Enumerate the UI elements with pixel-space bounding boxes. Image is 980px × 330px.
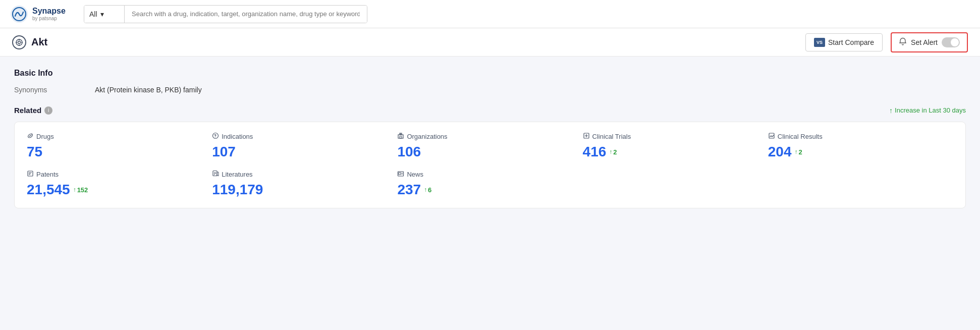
start-compare-button[interactable]: VS Start Compare [805,33,883,51]
clinical-trials-value-row: 416 ↑ 2 [583,144,764,160]
clinical-trials-increase-value: 2 [613,148,617,156]
page-title-left: Akt [12,35,47,49]
drugs-label: Drugs [36,133,54,140]
literatures-count: 119,179 [212,182,263,198]
org-icon [397,132,404,141]
svg-rect-13 [400,136,402,138]
stat-label-indications: Indications [212,132,393,141]
bell-icon [899,37,907,47]
stat-label-organizations: Organizations [397,132,578,141]
clinical-trials-increase: ↑ 2 [609,148,617,156]
basic-info-title: Basic Info [14,69,966,78]
chevron-down-icon: ▾ [100,10,104,18]
results-icon [768,132,775,141]
stat-label-clinical-trials: Clinical Trials [583,132,764,141]
search-input[interactable] [125,6,367,23]
clinical-results-increase-value: 2 [799,148,802,156]
literatures-label: Literatures [222,171,252,178]
indications-label: Indications [222,133,253,140]
vs-icon: VS [814,38,825,47]
page-title-right: VS Start Compare Set Alert [805,32,968,52]
page-title-bar: Akt VS Start Compare Set Alert [0,28,980,57]
patents-count: 21,545 [27,182,70,198]
trials-icon [583,132,590,141]
drugs-count: 75 [27,144,42,160]
stats-row-2: Patents 21,545 ↑ 152 Literatures [27,170,953,198]
filter-dropdown[interactable]: All ▾ [84,6,125,23]
stat-label-clinical-results: Clinical Results [768,132,949,141]
increase-note-text: Increase in Last 30 days [895,106,966,114]
news-label: News [407,171,423,178]
svg-point-3 [18,41,21,43]
patents-value-row: 21,545 ↑ 152 [27,182,208,198]
clinical-results-increase: ↑ 2 [795,148,802,156]
stat-label-news: News [397,170,578,179]
clinical-results-count: 204 [768,144,792,160]
filter-selected-value: All [89,10,97,18]
svg-point-11 [215,137,215,137]
related-header: Related i ↑ Increase in Last 30 days [14,106,966,115]
logo-sub: by patsnap [32,16,66,21]
stat-item-organizations[interactable]: Organizations 106 [397,132,582,160]
arrow-up-icon: ↑ [609,148,612,155]
arrow-up-icon: ↑ [889,106,893,115]
clinical-results-value-row: 204 ↑ 2 [768,144,949,160]
synapse-logo-icon [10,5,28,23]
news-value-row: 237 ↑ 6 [397,182,578,198]
related-title: Related [14,106,41,115]
stat-item-clinical-trials[interactable]: Clinical Trials 416 ↑ 2 [583,132,768,160]
stat-item-patents[interactable]: Patents 21,545 ↑ 152 [27,170,212,198]
synonyms-label: Synonyms [14,86,95,94]
arrow-up-icon: ↑ [795,148,798,155]
stat-label-literatures: Literatures [212,170,393,179]
alert-toggle[interactable] [942,37,960,47]
stats-card: Drugs 75 Indications 107 [14,122,966,208]
logo-name: Synapse [32,7,66,16]
organizations-value-row: 106 [397,144,578,160]
stat-item-literatures[interactable]: Literatures 119,179 [212,170,397,198]
increase-note: ↑ Increase in Last 30 days [889,106,966,115]
related-title-left: Related i [14,106,52,115]
logo-area: Synapse by patsnap [10,5,76,23]
organizations-count: 106 [397,144,421,160]
clinical-results-label: Clinical Results [778,133,823,140]
stat-label-drugs: Drugs [27,132,208,141]
clinical-trials-count: 416 [583,144,607,160]
arrow-up-icon: ↑ [424,186,427,193]
target-icon [12,35,26,49]
svg-line-9 [29,135,32,137]
news-increase-value: 6 [428,186,431,194]
news-icon [397,170,404,179]
set-alert-button[interactable]: Set Alert [891,32,968,52]
literatures-icon [212,170,219,179]
patents-label: Patents [36,171,59,178]
news-count: 237 [397,182,421,198]
related-info-icon[interactable]: i [44,106,52,115]
news-increase: ↑ 6 [424,186,431,194]
literatures-value-row: 119,179 [212,182,393,198]
stat-item-indications[interactable]: Indications 107 [212,132,397,160]
stat-item-clinical-results[interactable]: Clinical Results 204 ↑ 2 [768,132,953,160]
indications-count: 107 [212,144,236,160]
indications-value-row: 107 [212,144,393,160]
synonyms-value: Akt (Protein kinase B, PKB) family [95,86,202,94]
set-alert-label: Set Alert [911,38,938,46]
logo-text: Synapse by patsnap [32,7,66,21]
svg-rect-27 [399,173,401,175]
arrow-up-icon: ↑ [73,186,76,193]
clinical-trials-label: Clinical Trials [592,133,631,140]
patents-icon [27,170,34,179]
page-title: Akt [31,36,47,48]
stat-item-news[interactable]: News 237 ↑ 6 [397,170,582,198]
stats-row-1: Drugs 75 Indications 107 [27,132,953,160]
indications-icon [212,132,219,141]
start-compare-label: Start Compare [828,38,874,46]
organizations-label: Organizations [407,133,447,140]
main-content: Basic Info Synonyms Akt (Protein kinase … [0,57,980,330]
stat-item-drugs[interactable]: Drugs 75 [27,132,212,160]
pill-icon [27,132,34,141]
top-navigation: Synapse by patsnap All ▾ [0,0,980,28]
synonyms-row: Synonyms Akt (Protein kinase B, PKB) fam… [14,86,966,94]
stat-label-patents: Patents [27,170,208,179]
patents-increase: ↑ 152 [73,186,88,194]
